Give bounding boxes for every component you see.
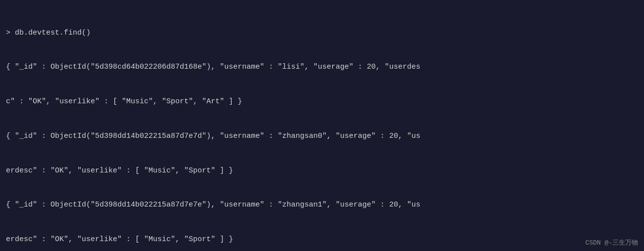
result-line-1: { "_id" : ObjectId("5d398cd64b022206d87d… (6, 61, 638, 73)
result-line-5: { "_id" : ObjectId("5d398dd14b022215a87d… (6, 199, 638, 210)
watermark: CSDN @-三生万物 (585, 238, 638, 247)
result-line-4: erdesc" : "OK", "userlike" : [ "Music", … (6, 165, 638, 176)
result-line-6: erdesc" : "OK", "userlike" : [ "Music", … (6, 234, 638, 245)
cmd-line: > db.devtest.find() (6, 27, 638, 39)
terminal-content: > db.devtest.find() { "_id" : ObjectId("… (6, 4, 638, 251)
terminal-window: > db.devtest.find() { "_id" : ObjectId("… (0, 0, 644, 251)
result-line-2: c" : "OK", "userlike" : [ "Music", "Spor… (6, 96, 638, 107)
result-line-3: { "_id" : ObjectId("5d398dd14b022215a87d… (6, 130, 638, 142)
